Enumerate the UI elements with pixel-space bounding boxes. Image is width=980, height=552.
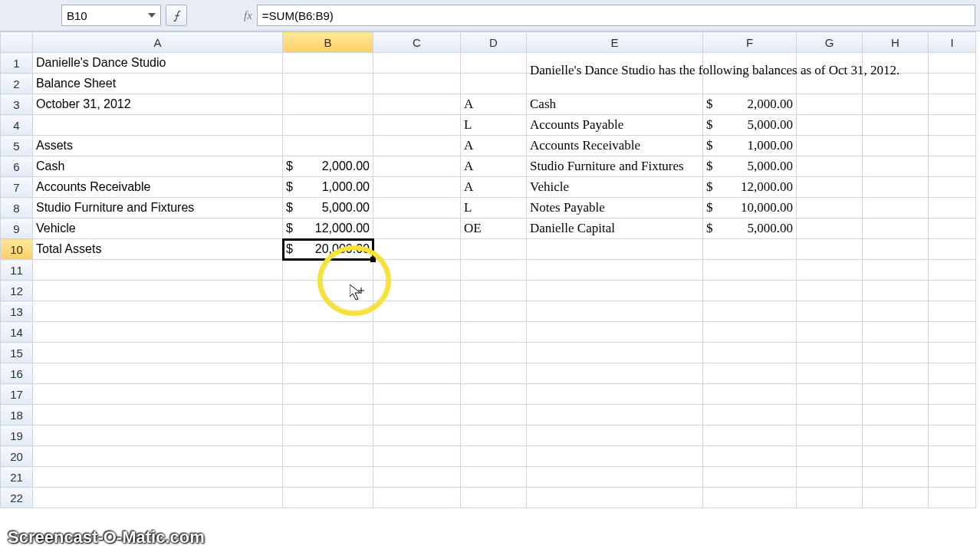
cell-H22[interactable] bbox=[863, 488, 929, 508]
cell-C8[interactable] bbox=[373, 198, 461, 219]
cell-I16[interactable] bbox=[929, 363, 976, 384]
cell-C13[interactable] bbox=[373, 301, 461, 322]
cell-A5[interactable]: Assets bbox=[33, 136, 283, 156]
cell-H9[interactable] bbox=[863, 219, 929, 239]
cell-D9[interactable]: OE bbox=[461, 219, 527, 239]
cell-C6[interactable] bbox=[373, 156, 461, 177]
cell-B14[interactable] bbox=[283, 322, 373, 343]
col-header-C[interactable]: C bbox=[373, 32, 461, 53]
cell-D3[interactable]: A bbox=[461, 94, 527, 115]
cell-G10[interactable] bbox=[797, 239, 863, 260]
cell-H11[interactable] bbox=[863, 260, 929, 281]
cell-H5[interactable] bbox=[863, 136, 929, 156]
cell-G19[interactable] bbox=[797, 426, 863, 446]
cell-I12[interactable] bbox=[929, 281, 976, 301]
cell-D6[interactable]: A bbox=[461, 156, 527, 177]
cell-I22[interactable] bbox=[929, 488, 976, 508]
cell-G21[interactable] bbox=[797, 467, 863, 488]
row-header[interactable]: 11 bbox=[1, 260, 33, 281]
cell-D15[interactable] bbox=[461, 343, 527, 363]
cell-A10[interactable]: Total Assets bbox=[33, 239, 283, 260]
cell-H19[interactable] bbox=[863, 426, 929, 446]
cell-B5[interactable] bbox=[283, 136, 373, 156]
cell-E9[interactable]: Danielle Capital bbox=[527, 219, 703, 239]
cell-A15[interactable] bbox=[33, 343, 283, 363]
cell-G9[interactable] bbox=[797, 219, 863, 239]
cell-G3[interactable] bbox=[797, 94, 863, 115]
cell-I10[interactable] bbox=[929, 239, 976, 260]
cell-D19[interactable] bbox=[461, 426, 527, 446]
cell-H2[interactable] bbox=[863, 74, 929, 94]
cell-A20[interactable] bbox=[33, 446, 283, 467]
row-header[interactable]: 12 bbox=[1, 281, 33, 301]
row-header[interactable]: 6 bbox=[1, 156, 33, 177]
row-header[interactable]: 8 bbox=[1, 198, 33, 219]
cell-E20[interactable] bbox=[527, 446, 703, 467]
cell-E16[interactable] bbox=[527, 363, 703, 384]
cell-A3[interactable]: October 31, 2012 bbox=[33, 94, 283, 115]
cell-C14[interactable] bbox=[373, 322, 461, 343]
cell-D17[interactable] bbox=[461, 384, 527, 405]
cell-A19[interactable] bbox=[33, 426, 283, 446]
cell-I15[interactable] bbox=[929, 343, 976, 363]
cell-H20[interactable] bbox=[863, 446, 929, 467]
col-header-E[interactable]: E bbox=[527, 32, 703, 53]
cell-E12[interactable] bbox=[527, 281, 703, 301]
cell-I18[interactable] bbox=[929, 405, 976, 426]
row-header[interactable]: 5 bbox=[1, 136, 33, 156]
cell-C1[interactable] bbox=[373, 53, 461, 74]
row-header[interactable]: 22 bbox=[1, 488, 33, 508]
cell-B20[interactable] bbox=[283, 446, 373, 467]
cell-H3[interactable] bbox=[863, 94, 929, 115]
cell-C3[interactable] bbox=[373, 94, 461, 115]
cell-B3[interactable] bbox=[283, 94, 373, 115]
cell-H1[interactable] bbox=[863, 53, 929, 74]
cell-F6[interactable]: $5,000.00 bbox=[703, 156, 797, 177]
cell-C10[interactable] bbox=[373, 239, 461, 260]
cell-G4[interactable] bbox=[797, 115, 863, 136]
cell-A9[interactable]: Vehicle bbox=[33, 219, 283, 239]
cell-H17[interactable] bbox=[863, 384, 929, 405]
cell-I7[interactable] bbox=[929, 177, 976, 198]
cell-B19[interactable] bbox=[283, 426, 373, 446]
cell-E3[interactable]: Cash bbox=[527, 94, 703, 115]
cell-G1[interactable] bbox=[797, 53, 863, 74]
row-header[interactable]: 15 bbox=[1, 343, 33, 363]
cell-B18[interactable] bbox=[283, 405, 373, 426]
cell-A14[interactable] bbox=[33, 322, 283, 343]
cell-F11[interactable] bbox=[703, 260, 797, 281]
cell-F21[interactable] bbox=[703, 467, 797, 488]
cell-D16[interactable] bbox=[461, 363, 527, 384]
cell-F22[interactable] bbox=[703, 488, 797, 508]
cell-I21[interactable] bbox=[929, 467, 976, 488]
cell-B13[interactable] bbox=[283, 301, 373, 322]
row-header[interactable]: 20 bbox=[1, 446, 33, 467]
cell-G2[interactable] bbox=[797, 74, 863, 94]
cell-E22[interactable] bbox=[527, 488, 703, 508]
cell-H18[interactable] bbox=[863, 405, 929, 426]
cell-H12[interactable] bbox=[863, 281, 929, 301]
cell-B4[interactable] bbox=[283, 115, 373, 136]
cell-D2[interactable] bbox=[461, 74, 527, 94]
cell-F3[interactable]: $2,000.00 bbox=[703, 94, 797, 115]
cell-B15[interactable] bbox=[283, 343, 373, 363]
row-header[interactable]: 10 bbox=[1, 239, 33, 260]
cell-F5[interactable]: $1,000.00 bbox=[703, 136, 797, 156]
cell-F10[interactable] bbox=[703, 239, 797, 260]
cell-D13[interactable] bbox=[461, 301, 527, 322]
cell-D5[interactable]: A bbox=[461, 136, 527, 156]
row-header[interactable]: 2 bbox=[1, 74, 33, 94]
cell-F17[interactable] bbox=[703, 384, 797, 405]
cell-F13[interactable] bbox=[703, 301, 797, 322]
cell-B7[interactable]: $1,000.00 bbox=[283, 177, 373, 198]
col-header-G[interactable]: G bbox=[797, 32, 863, 53]
cell-H13[interactable] bbox=[863, 301, 929, 322]
cell-G22[interactable] bbox=[797, 488, 863, 508]
col-header-H[interactable]: H bbox=[863, 32, 929, 53]
cell-F14[interactable] bbox=[703, 322, 797, 343]
row-header[interactable]: 13 bbox=[1, 301, 33, 322]
cell-A16[interactable] bbox=[33, 363, 283, 384]
cell-C22[interactable] bbox=[373, 488, 461, 508]
cell-C20[interactable] bbox=[373, 446, 461, 467]
cell-B22[interactable] bbox=[283, 488, 373, 508]
